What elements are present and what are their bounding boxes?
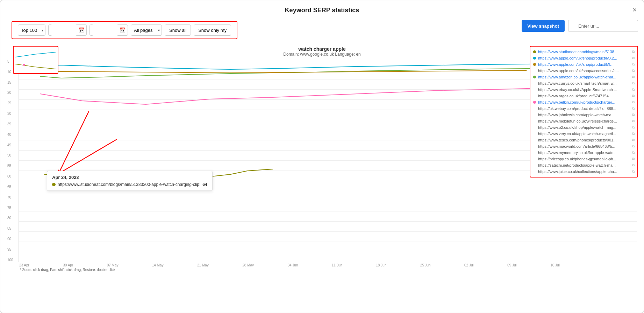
external-link-icon[interactable]: ⧉: [632, 62, 635, 67]
url-color-spacer: [533, 151, 536, 154]
url-item[interactable]: https://www.amazon.co.uk/apple-watch-cha…: [530, 74, 637, 80]
show-only-my-button[interactable]: Show only my: [194, 25, 231, 36]
top-select[interactable]: Top 100 Top 10 Top 20 Top 50: [18, 25, 45, 36]
tooltip-box: Apr 24, 2023 https://www.studioneat.com/…: [47, 171, 213, 191]
url-color-dot: [533, 76, 536, 78]
url-color-dot: [533, 50, 536, 53]
url-item[interactable]: https://www.juice.co.uk/collections/appl…: [530, 168, 637, 175]
modal-title: Keyword SERP statistics: [285, 7, 359, 14]
external-link-icon[interactable]: ⧉: [632, 50, 635, 54]
url-color-spacer: [533, 132, 536, 135]
modal-container: Keyword SERP statistics × Top 100 Top 10…: [0, 0, 644, 313]
url-text: https://www.juice.co.uk/collections/appl…: [538, 169, 630, 174]
url-text: https://uk.webuy.com/product-detail/?id=…: [538, 106, 630, 111]
url-item[interactable]: https://www.johnlewis.com/apple-watch-ma…: [530, 112, 637, 118]
external-link-icon[interactable]: ⧉: [632, 75, 635, 79]
url-text: https://www.currys.co.uk/smart-tech/smar…: [538, 81, 630, 85]
url-input-wrap: 🔍: [568, 20, 638, 32]
calendar-from-icon[interactable]: 📅: [78, 27, 84, 33]
url-text: https://www.tesco.com/phones/products/00…: [538, 138, 630, 142]
external-link-icon[interactable]: ⧉: [632, 81, 635, 85]
url-item[interactable]: https://www.mymemory.co.uk/for-apple-wat…: [530, 149, 637, 156]
url-item[interactable]: https://www.apple.com/uk/shop/product/ML…: [530, 61, 637, 68]
url-item[interactable]: https://www.ebay.co.uk/b/Apple-Smartwatc…: [530, 86, 637, 93]
url-item[interactable]: https://www.argos.co.uk/product/6747154⧉: [530, 93, 637, 99]
url-text: https://www.belkin.com/uk/products/charg…: [538, 100, 630, 104]
external-link-icon[interactable]: ⧉: [632, 94, 635, 98]
url-color-spacer: [533, 158, 536, 160]
url-color-spacer: [533, 88, 536, 91]
url-item[interactable]: https://www.very.co.uk/apple-watch-magne…: [530, 131, 637, 137]
external-link-icon[interactable]: ⧉: [632, 169, 635, 174]
url-color-spacer: [533, 139, 536, 141]
external-link-icon[interactable]: ⧉: [632, 151, 635, 155]
external-link-icon[interactable]: ⧉: [632, 163, 635, 167]
url-item[interactable]: https://www.mobilefun.co.uk/wireless-cha…: [530, 118, 637, 124]
url-text: https://www.argos.co.uk/product/6747154: [538, 94, 630, 98]
url-text: https://www.mymemory.co.uk/for-apple-wat…: [538, 151, 630, 155]
mini-chart-svg: [14, 47, 58, 74]
url-item[interactable]: https://www.tesco.com/phones/products/00…: [530, 137, 637, 143]
external-link-icon[interactable]: ⧉: [632, 88, 635, 92]
external-link-icon[interactable]: ⧉: [632, 144, 635, 148]
url-color-spacer: [533, 126, 536, 129]
external-link-icon[interactable]: ⧉: [632, 106, 635, 111]
url-color-spacer: [533, 107, 536, 110]
url-item[interactable]: https://www.studioneat.com/blogs/main/51…: [530, 49, 637, 55]
external-link-icon[interactable]: ⧉: [632, 113, 635, 117]
mini-chart: [13, 46, 58, 74]
external-link-icon[interactable]: ⧉: [632, 100, 635, 104]
url-item[interactable]: https://www.apple.com/uk/shop/product/MX…: [530, 55, 637, 61]
calendar-to-icon[interactable]: 📅: [120, 27, 126, 33]
url-color-spacer: [533, 113, 536, 116]
sidebar-urls: https://www.studioneat.com/blogs/main/51…: [530, 46, 638, 178]
date-from-wrapper: 4/20/2023 📅: [48, 25, 87, 36]
x-axis: 23 Apr 30 Apr 07 May 14 May 21 May 28 Ma…: [7, 262, 560, 267]
external-link-icon[interactable]: ⧉: [632, 132, 635, 136]
pages-select-wrap: All pages My pages ▾: [131, 25, 162, 36]
url-text: https://www.very.co.uk/apple-watch-magne…: [538, 132, 630, 136]
url-text: https://www.apple.com/uk/shop/product/MX…: [538, 56, 630, 60]
url-color-dot: [533, 63, 536, 66]
external-link-icon[interactable]: ⧉: [632, 125, 635, 130]
view-snapshot-button[interactable]: View snapshot: [522, 20, 565, 32]
url-item[interactable]: https://satechi.net/products/apple-watch…: [530, 162, 637, 168]
show-all-button[interactable]: Show all: [165, 25, 191, 36]
url-color-spacer: [533, 145, 536, 148]
external-link-icon[interactable]: ⧉: [632, 157, 635, 161]
url-item[interactable]: https://www.o2.co.uk/shop/apple/watch-ma…: [530, 124, 637, 131]
external-link-icon[interactable]: ⧉: [632, 56, 635, 60]
url-text: https://www.apple.com/uk/shop/product/ML…: [538, 62, 630, 67]
url-item[interactable]: https://www.belkin.com/uk/products/charg…: [530, 99, 637, 105]
tooltip-rank: 64: [202, 182, 207, 187]
url-text: https://www.o2.co.uk/shop/apple/watch-ma…: [538, 125, 630, 130]
url-item[interactable]: https://uk.webuy.com/product-detail/?id=…: [530, 105, 637, 112]
url-color-spacer: [533, 69, 536, 72]
zoom-hint: * Zoom: click-drag, Pan: shift-click-dra…: [7, 267, 637, 272]
url-item[interactable]: https://www.currys.co.uk/smart-tech/smar…: [530, 80, 637, 86]
url-color-spacer: [533, 95, 536, 97]
url-text: https://www.ebay.co.uk/b/Apple-Smartwatc…: [538, 88, 630, 92]
url-item[interactable]: https://pricespy.co.uk/phones-gps/mobile…: [530, 156, 637, 162]
url-search-input[interactable]: [568, 20, 638, 32]
url-color-spacer: [533, 120, 536, 123]
url-color-spacer: [533, 164, 536, 167]
url-item[interactable]: https://www.macworld.com/article/668468/…: [530, 143, 637, 149]
url-color-dot: [533, 101, 536, 104]
date-from-input[interactable]: 4/20/2023: [51, 25, 77, 36]
external-link-icon[interactable]: ⧉: [632, 138, 635, 142]
url-item[interactable]: https://www.apple.com/uk/shop/accessorie…: [530, 68, 637, 74]
toolbar: Top 100 Top 10 Top 20 Top 50 ▾ 4/20/2023…: [12, 21, 237, 39]
close-button[interactable]: ×: [632, 6, 637, 14]
external-link-icon[interactable]: ⧉: [632, 69, 635, 73]
url-text: https://www.studioneat.com/blogs/main/51…: [538, 50, 630, 54]
tooltip-dot: [52, 183, 56, 186]
url-text: https://pricespy.co.uk/phones-gps/mobile…: [538, 157, 630, 161]
date-to-input[interactable]: 7/19/2023: [92, 25, 118, 36]
tooltip-url-row: https://www.studioneat.com/blogs/main/51…: [52, 182, 207, 187]
url-text: https://www.johnlewis.com/apple-watch-ma…: [538, 113, 630, 117]
pages-select[interactable]: All pages My pages: [131, 25, 162, 36]
url-color-dot: [533, 57, 536, 60]
external-link-icon[interactable]: ⧉: [632, 119, 635, 123]
url-text: https://www.apple.com/uk/shop/accessorie…: [538, 69, 630, 73]
